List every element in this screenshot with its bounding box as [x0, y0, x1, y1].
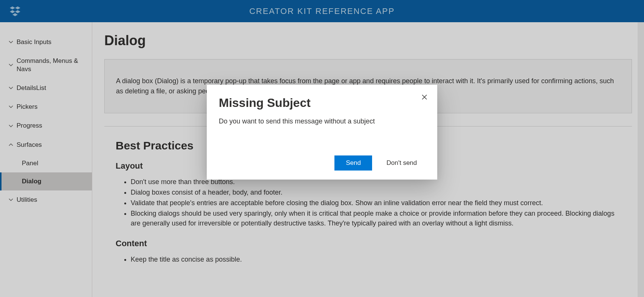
close-icon: [421, 93, 427, 102]
dialog-title: Missing Subject: [219, 96, 425, 110]
send-button[interactable]: Send: [334, 155, 372, 171]
dont-send-button[interactable]: Don't send: [378, 155, 425, 171]
dialog: Missing Subject Do you want to send this…: [207, 85, 437, 180]
dialog-footer: Send Don't send: [219, 155, 425, 171]
modal-overlay[interactable]: Missing Subject Do you want to send this…: [0, 0, 644, 297]
close-button[interactable]: [418, 91, 430, 104]
dialog-body: Do you want to send this message without…: [219, 117, 425, 125]
